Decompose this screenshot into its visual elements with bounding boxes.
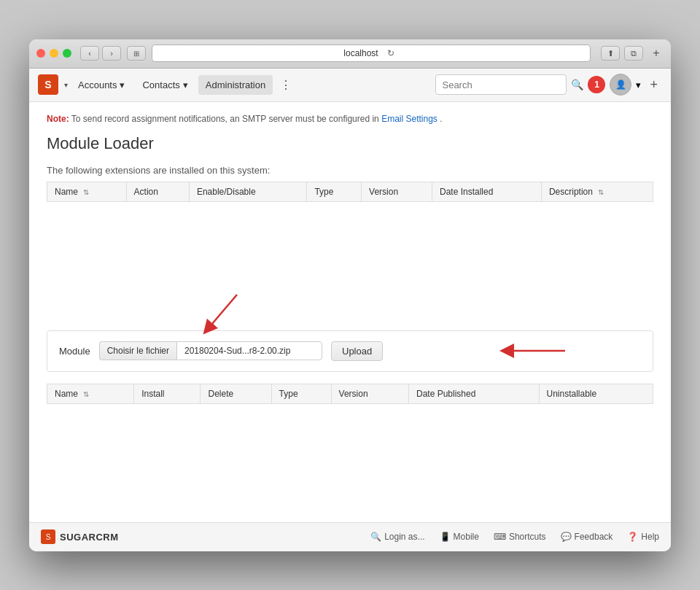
email-settings-link[interactable]: Email Settings [381, 114, 438, 124]
app-logo: S [38, 74, 58, 95]
col-enable-disable: Enable/Disable [189, 182, 307, 201]
contacts-label: Contacts [142, 79, 179, 90]
module-upload-area: Module Choisir le fichier 20180204-Sud..… [47, 330, 653, 372]
logo-dropdown[interactable]: ▾ [64, 81, 68, 89]
available-packages-table: Name ⇅ Install Delete Type Version [47, 384, 653, 499]
help-label: Help [641, 532, 659, 542]
col2-install: Install [134, 384, 201, 403]
mobile-icon: 📱 [440, 532, 451, 542]
login-as-icon: 🔍 [370, 532, 381, 542]
traffic-lights [36, 49, 71, 58]
tab-button[interactable]: ⧉ [624, 46, 643, 61]
section-description: The following extensions are installed o… [47, 165, 653, 176]
titlebar-actions: ⬆ ⧉ [601, 46, 643, 61]
note-text: To send record assignment notifications,… [71, 114, 381, 124]
file-input-area: Choisir le fichier 20180204-Sud...r8-2.0… [99, 341, 322, 360]
avatar-face: 👤 [615, 79, 626, 90]
mobile-label: Mobile [454, 532, 479, 542]
choose-file-button[interactable]: Choisir le fichier [99, 341, 176, 360]
administration-label: Administration [206, 79, 265, 90]
page-content: Note: To send record assignment notifica… [29, 102, 671, 522]
note-suffix: . [440, 114, 442, 124]
help-icon: ❓ [627, 532, 638, 542]
search-area: 🔍 1 👤 ▾ + [435, 74, 662, 96]
file-name-display: 20180204-Sud...r8-2.00.zip [176, 341, 322, 360]
minimize-button[interactable] [50, 49, 58, 58]
titlebar: ‹ › ⊞ localhost ↻ ⬆ ⧉ + [29, 39, 671, 69]
app-navbar: S ▾ Accounts ▾ Contacts ▾ Administration… [29, 69, 671, 102]
module-label: Module [59, 346, 90, 357]
search-input[interactable] [435, 74, 567, 95]
shortcuts-link[interactable]: ⌨ Shortcuts [494, 532, 546, 542]
installed-extensions-table: Name ⇅ Action Enable/Disable Type [47, 182, 653, 319]
col2-uninstallable: Uninstallable [539, 384, 653, 403]
footer-logo: S SUGARCRM [41, 529, 119, 544]
table1-header: Name ⇅ Action Enable/Disable Type [47, 182, 653, 201]
accounts-label: Accounts [78, 79, 117, 90]
col-name: Name ⇅ [47, 182, 127, 201]
reload-button[interactable]: ↻ [383, 45, 399, 61]
sidebar-toggle[interactable]: ⊞ [127, 46, 146, 61]
notification-badge[interactable]: 1 [588, 76, 605, 93]
help-link[interactable]: ❓ Help [627, 532, 659, 542]
footer: S SUGARCRM 🔍 Login as... 📱 Mobile ⌨ Shor… [29, 522, 671, 551]
feedback-icon: 💬 [561, 532, 572, 542]
name-sort-icon[interactable]: ⇅ [83, 188, 89, 196]
shortcuts-label: Shortcuts [509, 532, 546, 542]
footer-logo-text: SUGARCRM [60, 532, 119, 543]
feedback-link[interactable]: 💬 Feedback [561, 532, 613, 542]
name2-sort-icon[interactable]: ⇅ [83, 390, 89, 398]
col2-version: Version [331, 384, 408, 403]
table1-body [47, 201, 653, 318]
share-button[interactable]: ⬆ [601, 46, 620, 61]
new-tab-button[interactable]: + [649, 46, 664, 61]
note-bar: Note: To send record assignment notifica… [47, 114, 653, 124]
col-date-installed: Date Installed [432, 182, 542, 201]
table2-body [47, 403, 653, 498]
table2-header: Name ⇅ Install Delete Type Version [47, 384, 653, 403]
mobile-link[interactable]: 📱 Mobile [440, 532, 479, 542]
nav-more-button[interactable]: ⋮ [276, 75, 296, 95]
installed-table-container: Name ⇅ Action Enable/Disable Type [47, 182, 653, 319]
col2-delete: Delete [201, 384, 271, 403]
search-icon[interactable]: 🔍 [571, 79, 583, 90]
feedback-label: Feedback [575, 532, 613, 542]
col-description: Description ⇅ [541, 182, 653, 201]
url-bar[interactable]: localhost ↻ [152, 44, 591, 62]
arrow-annotation-2 [499, 343, 572, 358]
col2-date-published: Date Published [408, 384, 539, 403]
url-text: localhost [343, 48, 378, 58]
nav-buttons: ‹ › [80, 46, 121, 61]
col-type: Type [307, 182, 362, 201]
maximize-button[interactable] [63, 49, 71, 58]
footer-logo-icon: S [41, 529, 55, 544]
col-action: Action [126, 182, 189, 201]
contacts-chevron-icon: ▾ [183, 79, 188, 90]
nav-administration[interactable]: Administration [198, 75, 273, 95]
login-as-link[interactable]: 🔍 Login as... [370, 532, 424, 542]
plus-button[interactable]: + [645, 76, 662, 94]
avatar[interactable]: 👤 [610, 74, 631, 96]
nav-contacts[interactable]: Contacts ▾ [135, 75, 195, 95]
browser-window: ‹ › ⊞ localhost ↻ ⬆ ⧉ + S ▾ Accounts ▾ C… [29, 39, 671, 551]
forward-button[interactable]: › [102, 46, 121, 61]
col-version: Version [362, 182, 432, 201]
avatar-chevron-icon[interactable]: ▾ [636, 79, 641, 90]
page-title: Module Loader [47, 134, 653, 153]
login-as-label: Login as... [384, 532, 424, 542]
accounts-chevron-icon: ▾ [120, 79, 125, 90]
description-sort-icon[interactable]: ⇅ [598, 188, 604, 196]
col2-type: Type [271, 384, 331, 403]
note-prefix: Note: [47, 114, 69, 124]
back-button[interactable]: ‹ [80, 46, 99, 61]
upload-button[interactable]: Upload [331, 341, 383, 361]
close-button[interactable] [36, 49, 45, 58]
nav-accounts[interactable]: Accounts ▾ [71, 75, 132, 95]
col2-name: Name ⇅ [47, 384, 134, 403]
shortcuts-icon: ⌨ [494, 532, 506, 542]
